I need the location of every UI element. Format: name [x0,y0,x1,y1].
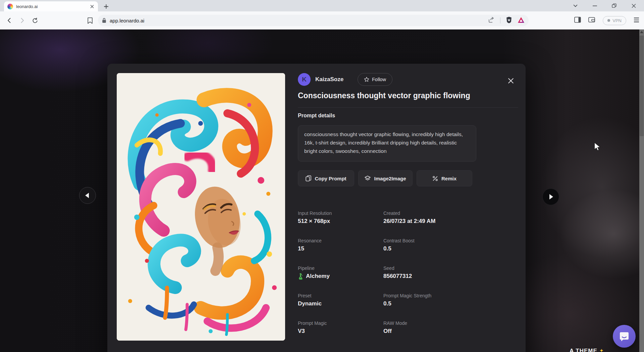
user-name[interactable]: KaizaSoze [315,76,343,83]
detail-label: Preset [298,293,383,298]
previous-image-button[interactable] [79,187,96,204]
detail-label: Prompt Magic [298,320,383,326]
brave-shield-icon[interactable] [506,16,512,25]
window-minimize-icon[interactable] [590,1,600,11]
leonardo-favicon-icon [7,4,13,9]
avatar-letter: K [302,76,307,83]
next-image-button[interactable] [542,188,559,205]
copy-icon [306,175,311,181]
forward-icon[interactable] [17,16,27,25]
section-divider [298,107,518,108]
detail-label: RAW Mode [383,320,472,326]
alchemy-flask-icon [298,273,303,280]
detail-prompt-magic-strength: Prompt Magic Strength 0.5 [383,293,472,313]
arrow-left-icon [85,193,89,198]
address-bar[interactable]: app.leonardo.ai [98,15,529,26]
window-controls [570,0,644,11]
sparkle-icon: ✦ [599,348,604,352]
follow-label: Follow [372,77,386,82]
detail-preset: Preset Dynamic [298,293,383,313]
image2image-button[interactable]: Image2Image [358,170,413,186]
detail-value: V3 [298,328,383,335]
detail-label: Resonance [298,238,383,243]
scrollbar-thumb[interactable] [640,36,644,136]
prompt-actions: Copy Prompt Image2Image Remix [298,170,580,186]
tab-title: leonardo.ai [16,4,86,9]
layers-icon [365,176,371,181]
generated-artwork-image[interactable] [117,73,285,341]
browser-titlebar: leonardo.ai [0,0,644,11]
arrow-right-icon [549,194,553,199]
detail-value: 26/07/23 at 2:49 AM [383,218,472,225]
sidebar-panel-icon[interactable] [574,17,581,24]
copy-prompt-button[interactable]: Copy Prompt [298,170,354,186]
copy-prompt-label: Copy Prompt [315,176,346,181]
share-icon[interactable] [488,17,495,24]
chat-bubble-icon [619,331,630,342]
watermark-label: A THEME [570,348,597,352]
toolbar-right-icons: VPN [574,15,644,26]
scrollbar-up-arrow-icon[interactable] [640,31,643,33]
window-close-icon[interactable] [629,1,639,11]
mouse-cursor [594,142,602,153]
user-avatar[interactable]: K [298,73,311,86]
detail-label: Prompt Magic Strength [383,293,472,298]
detail-label: Seed [383,266,472,271]
detail-raw-mode: RAW Mode Off [383,320,472,341]
detail-contrast-boost: Contrast Boost 0.5 [383,238,472,258]
image-details-modal: K KaizaSoze Follow Consciousness thought… [107,64,526,352]
star-icon [364,77,369,82]
prompt-text-box: consciousness thought vector graphic flo… [298,125,476,162]
image2image-label: Image2Image [374,176,406,181]
detail-value: 0.5 [383,300,472,307]
window-chevron-icon[interactable] [570,1,580,11]
tab-close-icon[interactable] [89,4,95,9]
detail-label: Pipeline [298,266,383,271]
detail-value: Off [383,328,472,335]
back-icon[interactable] [5,16,14,25]
detail-input-resolution: Input Resolution 512 × 768px [298,211,383,231]
detail-value: Alchemy [298,273,383,280]
page-background: K KaizaSoze Follow Consciousness thought… [0,30,644,352]
support-chat-button[interactable] [613,325,636,348]
detail-seed: Seed 856077312 [383,266,472,286]
detail-value: 512 × 768px [298,218,383,225]
vpn-button[interactable]: VPN [603,16,626,25]
detail-value: 15 [298,245,383,252]
toolbar-divider [500,17,500,23]
detail-pipeline: Pipeline Alchemy [298,266,383,286]
detail-resonance: Resonance 15 [298,238,383,258]
menu-hamburger-icon[interactable] [634,17,639,24]
reload-icon[interactable] [30,16,40,25]
browser-tab[interactable]: leonardo.ai [4,1,98,11]
vpn-label: VPN [612,18,622,23]
screen: leonardo.ai [0,0,644,352]
remix-button[interactable]: Remix [417,170,472,186]
page-scrollbar[interactable] [639,30,644,352]
new-tab-button[interactable] [102,2,110,10]
remix-wand-icon [432,176,438,181]
watermark-text: A THEME ✦ [570,348,604,352]
detail-label: Input Resolution [298,211,383,216]
detail-created: Created 26/07/23 at 2:49 AM [383,211,472,231]
detail-value: 0.5 [383,245,472,252]
detail-label: Contrast Boost [383,238,472,243]
detail-prompt-magic: Prompt Magic V3 [298,320,383,341]
lock-icon [102,18,106,23]
pipeline-value: Alchemy [306,273,330,280]
detail-value: Dynamic [298,300,383,307]
bookmark-icon[interactable] [85,16,95,25]
browser-toolbar: app.leonardo.ai [0,11,644,30]
detail-value: 856077312 [383,273,472,280]
vpn-status-dot [607,19,610,22]
url-text: app.leonardo.ai [110,18,488,23]
detail-label: Created [383,211,472,216]
remix-label: Remix [441,176,457,181]
follow-button[interactable]: Follow [358,73,392,86]
wallet-icon[interactable] [588,17,595,24]
brave-rewards-bat-icon[interactable] [518,17,525,24]
window-restore-icon[interactable] [609,1,619,11]
prompt-details-heading: Prompt details [298,113,335,119]
modal-close-icon[interactable] [506,76,515,85]
image-title: Consciousness thought vector graphic flo… [298,91,513,100]
